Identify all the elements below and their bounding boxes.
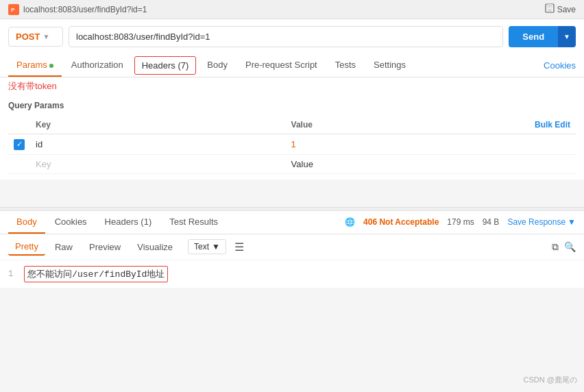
annotation-text: 没有带token bbox=[0, 77, 584, 95]
response-tab-body[interactable]: Body bbox=[8, 211, 45, 234]
method-label: POST bbox=[16, 32, 40, 42]
tab-prerequest[interactable]: Pre-request Script bbox=[237, 54, 326, 77]
row-extra-cell bbox=[406, 134, 576, 155]
tab-body-label: Body bbox=[207, 60, 228, 70]
format-tab-pretty[interactable]: Pretty bbox=[8, 238, 45, 256]
response-tab-cookies-label: Cookies bbox=[55, 217, 87, 227]
tab-authorization[interactable]: Authorization bbox=[63, 54, 132, 77]
row-checkbox-cell[interactable]: ✓ bbox=[8, 134, 30, 155]
text-type-label: Text bbox=[194, 242, 209, 252]
send-button[interactable]: Send bbox=[509, 26, 558, 47]
cookies-link[interactable]: Cookies bbox=[544, 60, 576, 71]
annotation-label: 没有带token bbox=[8, 81, 57, 91]
response-section: Body Cookies Headers (1) Test Results 🌐 … bbox=[0, 211, 584, 288]
method-selector[interactable]: POST ▼ bbox=[8, 27, 63, 47]
response-tab-test-results[interactable]: Test Results bbox=[161, 211, 226, 234]
tabs-bar-right: Cookies bbox=[544, 60, 576, 71]
format-tab-visualize[interactable]: Visualize bbox=[130, 239, 180, 255]
format-tabs: Pretty Raw Preview Visualize Text ▼ ☰ ⧉ … bbox=[0, 234, 584, 260]
copy-icon[interactable]: ⧉ bbox=[552, 241, 559, 253]
col-value-header: Value bbox=[286, 116, 406, 134]
response-tab-headers-label: Headers (1) bbox=[105, 217, 152, 227]
response-size: 94 B bbox=[483, 217, 500, 227]
params-table: Key Value Bulk Edit ✓ id 1 Key bbox=[8, 116, 576, 174]
response-tab-body-label: Body bbox=[16, 217, 37, 227]
format-tab-pretty-label: Pretty bbox=[15, 241, 38, 252]
text-type-selector[interactable]: Text ▼ bbox=[188, 239, 226, 254]
tab-params[interactable]: Params bbox=[8, 54, 62, 77]
top-bar-url: localhost:8083/user/findById?id=1 bbox=[23, 5, 147, 14]
col-key-header: Key bbox=[30, 116, 286, 134]
request-tabs-bar: Params Authorization Headers (7) Body Pr… bbox=[0, 54, 584, 77]
params-dot bbox=[49, 64, 53, 68]
search-icon[interactable]: 🔍 bbox=[564, 241, 576, 252]
response-tab-headers[interactable]: Headers (1) bbox=[97, 211, 160, 234]
row-key-cell[interactable]: id bbox=[30, 134, 286, 155]
tab-tests-label: Tests bbox=[335, 60, 356, 70]
globe-icon: 🌐 bbox=[345, 217, 355, 227]
empty-extra-cell bbox=[406, 154, 576, 173]
line-number-1: 1 bbox=[8, 269, 13, 279]
empty-checkbox-cell bbox=[8, 154, 30, 173]
response-tabs-bar: Body Cookies Headers (1) Test Results 🌐 … bbox=[0, 211, 584, 234]
format-tab-visualize-label: Visualize bbox=[137, 242, 173, 252]
svg-rect-3 bbox=[547, 4, 552, 8]
text-type-chevron-icon: ▼ bbox=[212, 242, 220, 252]
key-placeholder: Key bbox=[36, 159, 51, 169]
empty-key-cell[interactable]: Key bbox=[30, 154, 286, 173]
tab-prerequest-label: Pre-request Script bbox=[245, 60, 317, 70]
tab-settings[interactable]: Settings bbox=[365, 54, 414, 77]
table-row: ✓ id 1 bbox=[8, 134, 576, 155]
tab-tests[interactable]: Tests bbox=[327, 54, 364, 77]
tab-body[interactable]: Body bbox=[199, 54, 236, 77]
format-tab-preview[interactable]: Preview bbox=[82, 239, 127, 255]
empty-value-cell[interactable]: Value bbox=[286, 154, 406, 173]
save-response-label: Save Response bbox=[507, 217, 565, 227]
response-line-1: 1 您不能访问/user/findById地址 bbox=[8, 266, 576, 282]
request-bar: POST ▼ Send ▼ bbox=[0, 19, 584, 54]
wrap-button[interactable]: ☰ bbox=[234, 241, 244, 254]
query-params-section: Query Params Key Value Bulk Edit ✓ id 1 bbox=[0, 95, 584, 180]
svg-rect-4 bbox=[548, 9, 552, 12]
save-label[interactable]: Save bbox=[557, 5, 576, 14]
response-tab-test-results-label: Test Results bbox=[169, 217, 218, 227]
top-bar-right: Save bbox=[545, 3, 576, 15]
tab-headers[interactable]: Headers (7) bbox=[134, 56, 197, 75]
row-value-cell[interactable]: 1 bbox=[286, 134, 406, 155]
format-tab-raw[interactable]: Raw bbox=[48, 239, 80, 255]
format-tabs-right: ⧉ 🔍 bbox=[552, 241, 576, 253]
svg-text:P: P bbox=[11, 7, 15, 13]
tab-headers-label: Headers (7) bbox=[142, 60, 189, 71]
app-icon: P bbox=[8, 4, 19, 15]
response-meta: 🌐 406 Not Acceptable 179 ms 94 B Save Re… bbox=[345, 217, 576, 227]
send-arrow-button[interactable]: ▼ bbox=[558, 26, 576, 47]
send-btn-group: Send ▼ bbox=[509, 26, 576, 47]
format-tab-raw-label: Raw bbox=[55, 242, 73, 252]
tab-authorization-label: Authorization bbox=[71, 60, 123, 70]
tab-settings-label: Settings bbox=[374, 60, 406, 70]
save-response-button[interactable]: Save Response ▼ bbox=[507, 217, 576, 227]
response-body: 1 您不能访问/user/findById地址 bbox=[0, 260, 584, 288]
row-checkbox[interactable]: ✓ bbox=[14, 139, 25, 150]
save-icon bbox=[545, 3, 555, 15]
tab-params-label: Params bbox=[16, 60, 47, 70]
response-body-content: 您不能访问/user/findById地址 bbox=[24, 266, 168, 282]
top-bar-left: P localhost:8083/user/findById?id=1 bbox=[8, 4, 147, 15]
bulk-edit-button[interactable]: Bulk Edit bbox=[535, 120, 570, 130]
response-status: 406 Not Acceptable bbox=[363, 217, 439, 227]
save-response-chevron-icon: ▼ bbox=[568, 217, 576, 227]
table-row-empty: Key Value bbox=[8, 154, 576, 173]
query-params-title: Query Params bbox=[8, 101, 576, 110]
response-tab-cookies[interactable]: Cookies bbox=[47, 211, 95, 234]
value-placeholder: Value bbox=[291, 159, 313, 169]
format-tab-preview-label: Preview bbox=[89, 242, 121, 252]
chevron-down-icon: ▼ bbox=[42, 33, 49, 40]
col-check bbox=[8, 116, 30, 134]
top-bar: P localhost:8083/user/findById?id=1 Save bbox=[0, 0, 584, 19]
response-time: 179 ms bbox=[447, 217, 474, 227]
url-input[interactable] bbox=[69, 26, 503, 47]
col-bulk-header[interactable]: Bulk Edit bbox=[406, 116, 576, 134]
